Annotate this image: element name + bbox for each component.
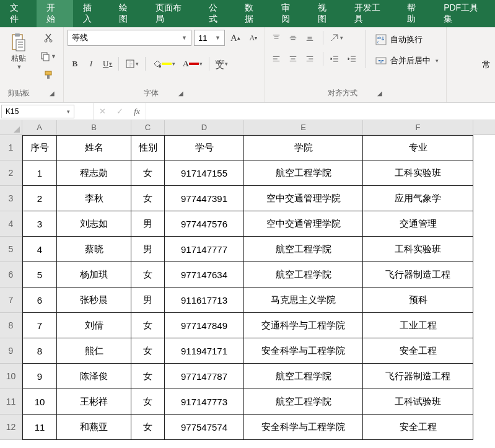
cell[interactable]: 张秒晨	[57, 288, 131, 313]
cell[interactable]: 女	[131, 313, 165, 338]
cell[interactable]: 姓名	[57, 135, 131, 160]
column-header[interactable]: F	[363, 120, 473, 134]
cell[interactable]: 工科实验班	[363, 237, 473, 262]
cell[interactable]: 9	[22, 364, 57, 389]
align-center-button[interactable]	[286, 51, 300, 67]
cell[interactable]: 应用气象学	[363, 186, 473, 211]
cell[interactable]: 王彬祥	[57, 389, 131, 415]
row-header[interactable]: 1	[0, 135, 22, 160]
cell[interactable]: 交通科学与工程学院	[244, 313, 363, 338]
cell[interactable]: 977447391	[165, 186, 244, 211]
cell[interactable]: 陈泽俊	[57, 364, 131, 389]
column-header[interactable]: E	[244, 120, 363, 134]
cell[interactable]: 11	[22, 415, 57, 440]
cell[interactable]: 杨加琪	[57, 262, 131, 288]
ribbon-tab[interactable]: 帮助	[397, 0, 434, 27]
wrap-text-button[interactable]: abc 自动换行	[372, 30, 442, 50]
cell[interactable]: 马克思主义学院	[244, 288, 363, 313]
column-header[interactable]: D	[165, 120, 244, 134]
cell[interactable]: 李秋	[57, 186, 131, 211]
borders-button[interactable]: ▾	[122, 56, 142, 72]
cell[interactable]: 女	[131, 338, 165, 364]
cell[interactable]: 工业工程	[363, 313, 473, 338]
cell[interactable]: 蔡晓	[57, 237, 131, 262]
cell[interactable]: 飞行器制造工程	[363, 262, 473, 288]
dialog-launcher-font[interactable]: ◢	[177, 89, 185, 98]
cell[interactable]: 安全工程	[363, 338, 473, 364]
align-top-button[interactable]	[269, 30, 284, 46]
ribbon-tab[interactable]: 开始	[37, 0, 73, 27]
cell[interactable]: 程志勋	[57, 160, 131, 186]
cell[interactable]: 977147849	[165, 313, 244, 338]
cell[interactable]: 航空工程学院	[244, 237, 363, 262]
cell[interactable]: 917147773	[165, 389, 244, 415]
cell[interactable]: 977447576	[165, 211, 244, 237]
cell[interactable]: 1	[22, 160, 57, 186]
cell[interactable]: 女	[131, 364, 165, 389]
ribbon-tab[interactable]: 绘图	[109, 0, 146, 27]
row-header[interactable]: 12	[0, 415, 22, 440]
align-bottom-button[interactable]	[302, 30, 317, 46]
select-all-corner[interactable]	[0, 120, 22, 134]
phonetic-guide-button[interactable]: wén文▾	[212, 56, 232, 72]
ribbon-tab[interactable]: PDF工具集	[434, 0, 495, 27]
cell[interactable]: 男	[131, 288, 165, 313]
cell[interactable]: 977547574	[165, 415, 244, 440]
font-name-select[interactable]: 等线▼	[68, 30, 191, 46]
ribbon-overflow-button[interactable]: 常	[478, 27, 495, 103]
cell[interactable]: 刘志如	[57, 211, 131, 237]
paste-button[interactable]: 粘贴 ▼	[4, 30, 33, 72]
cell[interactable]: 911617713	[165, 288, 244, 313]
align-right-button[interactable]	[302, 51, 317, 67]
cell[interactable]: 女	[131, 262, 165, 288]
cell[interactable]: 4	[22, 237, 57, 262]
ribbon-tab[interactable]: 插入	[73, 0, 110, 27]
underline-button[interactable]: U▾	[100, 56, 115, 72]
cell[interactable]: 安全科学与工程学院	[244, 415, 363, 440]
italic-button[interactable]: I	[84, 56, 99, 72]
ribbon-tab[interactable]: 审阅	[271, 0, 308, 27]
cell[interactable]: 飞行器制造工程	[363, 364, 473, 389]
cell[interactable]: 熊仁	[57, 338, 131, 364]
cell[interactable]: 女	[131, 389, 165, 415]
ribbon-tab[interactable]: 文件	[0, 0, 37, 27]
merge-center-button[interactable]: a 合并后居中 ▾	[372, 51, 442, 71]
cell[interactable]: 性别	[131, 135, 165, 160]
column-header[interactable]: A	[22, 120, 57, 134]
cell[interactable]: 2	[22, 186, 57, 211]
cell[interactable]: 预科	[363, 288, 473, 313]
cell[interactable]: 977147787	[165, 364, 244, 389]
dialog-launcher-clipboard[interactable]: ◢	[48, 89, 56, 98]
name-box[interactable]: K15▾	[1, 105, 74, 118]
row-header[interactable]: 10	[0, 364, 22, 389]
cell[interactable]: 序号	[22, 135, 57, 160]
copy-button[interactable]: ▼	[37, 48, 59, 64]
cell[interactable]: 航空工程学院	[244, 364, 363, 389]
cell[interactable]: 交通管理	[363, 211, 473, 237]
cell[interactable]: 刘倩	[57, 313, 131, 338]
row-header[interactable]: 2	[0, 160, 22, 186]
ribbon-tab[interactable]: 开发工具	[344, 0, 398, 27]
dialog-launcher-alignment[interactable]: ◢	[376, 89, 383, 98]
bold-button[interactable]: B	[68, 56, 82, 72]
cell[interactable]: 学院	[244, 135, 363, 160]
cell[interactable]: 安全科学与工程学院	[244, 338, 363, 364]
cell[interactable]: 女	[131, 415, 165, 440]
formula-enter-button[interactable]: ✓	[111, 103, 128, 120]
cell[interactable]: 男	[131, 211, 165, 237]
orientation-button[interactable]: ▾	[326, 30, 346, 46]
row-header[interactable]: 9	[0, 338, 22, 364]
cell[interactable]: 3	[22, 211, 57, 237]
cell[interactable]: 917147777	[165, 237, 244, 262]
cell[interactable]: 空中交通管理学院	[244, 211, 363, 237]
cell[interactable]: 10	[22, 389, 57, 415]
cell[interactable]: 航空工程学院	[244, 389, 363, 415]
cell[interactable]: 911947171	[165, 338, 244, 364]
row-header[interactable]: 3	[0, 186, 22, 211]
ribbon-tab[interactable]: 页面布局	[146, 0, 199, 27]
cell[interactable]: 空中交通管理学院	[244, 186, 363, 211]
insert-function-button[interactable]: fx	[128, 103, 146, 120]
cell[interactable]: 6	[22, 288, 57, 313]
cell[interactable]: 工科实验班	[363, 160, 473, 186]
cell[interactable]: 男	[131, 237, 165, 262]
